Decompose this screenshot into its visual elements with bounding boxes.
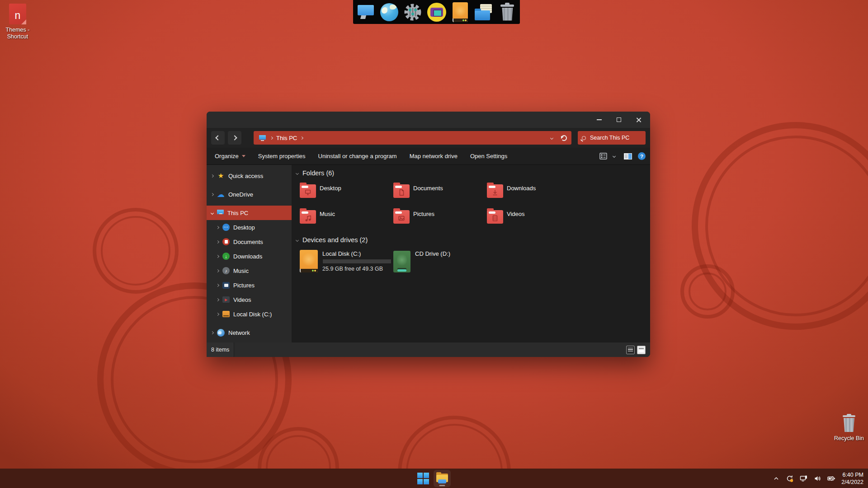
help-button[interactable]: ? bbox=[638, 152, 646, 160]
sidebar-item-documents[interactable]: Documents bbox=[207, 235, 292, 249]
start-button[interactable] bbox=[417, 473, 429, 484]
views-button[interactable] bbox=[599, 153, 608, 160]
trash-icon bbox=[500, 3, 515, 22]
folder-tile-downloads[interactable]: Downloads bbox=[487, 183, 580, 202]
refresh-icon[interactable] bbox=[561, 135, 567, 141]
dock-trash-icon[interactable] bbox=[498, 2, 517, 22]
search-box[interactable] bbox=[578, 131, 646, 145]
sidebar-item-this-pc[interactable]: This PC bbox=[207, 206, 292, 220]
game-console-icon bbox=[427, 3, 446, 22]
minimize-button[interactable] bbox=[591, 112, 607, 128]
monitor-icon bbox=[358, 5, 374, 15]
expand-chevron-icon[interactable] bbox=[211, 192, 214, 196]
expand-chevron-icon[interactable] bbox=[216, 225, 219, 229]
sidebar-item-downloads[interactable]: ↓ Downloads bbox=[207, 249, 292, 263]
battery-charging-icon[interactable] bbox=[827, 475, 835, 482]
taskbar-file-explorer[interactable] bbox=[434, 470, 451, 487]
dock-folder-icon[interactable] bbox=[474, 2, 494, 22]
network-globe-icon bbox=[217, 329, 225, 337]
sidebar-item-pictures[interactable]: Pictures bbox=[207, 278, 292, 292]
breadcrumb-this-pc[interactable]: This PC bbox=[276, 135, 297, 141]
documents-folder-icon bbox=[475, 4, 493, 20]
map-network-drive-button[interactable]: Map network drive bbox=[403, 153, 464, 160]
close-button[interactable] bbox=[631, 112, 646, 128]
command-label: System properties bbox=[258, 153, 306, 160]
address-bar[interactable]: This PC bbox=[254, 131, 571, 145]
expand-chevron-icon[interactable] bbox=[216, 269, 219, 272]
organize-label: Organize bbox=[215, 153, 239, 160]
sync-status-icon[interactable] bbox=[786, 474, 794, 483]
sidebar-item-local-disk[interactable]: Local Disk (C:) bbox=[207, 307, 292, 321]
hard-drive-icon bbox=[453, 2, 468, 22]
breadcrumb-chevron-icon[interactable] bbox=[270, 136, 273, 139]
folder-icon bbox=[393, 210, 410, 224]
details-view-button[interactable] bbox=[626, 346, 635, 354]
back-button[interactable] bbox=[211, 131, 225, 145]
breadcrumb-chevron-icon[interactable] bbox=[300, 136, 303, 139]
collapse-chevron-icon[interactable] bbox=[296, 238, 299, 241]
hidden-icons-chevron-icon[interactable] bbox=[773, 475, 780, 482]
system-properties-button[interactable]: System properties bbox=[252, 153, 312, 160]
dock-game-icon[interactable] bbox=[427, 2, 446, 22]
folders-section-header[interactable]: Folders (6) bbox=[296, 169, 650, 177]
sidebar-item-music[interactable]: ♪ Music bbox=[207, 263, 292, 278]
expand-chevron-icon[interactable] bbox=[216, 298, 219, 301]
recycle-bin-icon bbox=[842, 414, 856, 433]
network-icon[interactable] bbox=[800, 475, 808, 482]
expand-chevron-icon[interactable] bbox=[216, 283, 219, 286]
sidebar-item-quick-access[interactable]: Quick access bbox=[207, 169, 292, 183]
dock-settings-icon[interactable] bbox=[403, 2, 423, 22]
views-dropdown-icon[interactable] bbox=[613, 155, 616, 158]
dock-monitor-icon[interactable] bbox=[356, 2, 375, 22]
sidebar-item-videos[interactable]: ▶ Videos bbox=[207, 292, 292, 307]
desktop-shortcut-recycle-bin[interactable]: Recycle Bin bbox=[831, 414, 867, 442]
thumbnail-view-icon bbox=[639, 348, 644, 352]
desktop-shortcut-themes[interactable]: n Themes - Shortcut bbox=[1, 4, 34, 40]
sidebar-item-network[interactable]: Network bbox=[207, 325, 292, 340]
forward-button[interactable] bbox=[228, 131, 241, 145]
volume-icon[interactable] bbox=[814, 475, 821, 482]
sidebar-label: Videos bbox=[233, 296, 251, 303]
folder-label: Documents bbox=[413, 183, 443, 202]
expand-chevron-icon[interactable] bbox=[211, 331, 214, 334]
folder-tile-desktop[interactable]: Desktop bbox=[300, 183, 393, 202]
folder-tile-videos[interactable]: Videos bbox=[487, 208, 580, 227]
preview-pane-button[interactable] bbox=[623, 153, 632, 160]
gear-icon bbox=[403, 2, 423, 22]
drive-tile-local-disk[interactable]: Local Disk (C:) 25.9 GB free of 49.3 GB bbox=[300, 250, 393, 272]
music-icon: ♪ bbox=[222, 267, 230, 274]
file-list-pane: Folders (6) Desktop Documents bbox=[292, 165, 650, 343]
maximize-button[interactable] bbox=[611, 112, 627, 128]
organize-button[interactable]: Organize bbox=[208, 153, 252, 160]
expand-chevron-icon[interactable] bbox=[211, 174, 214, 177]
folder-tile-pictures[interactable]: Pictures bbox=[393, 208, 487, 227]
dock-globe-icon[interactable] bbox=[379, 2, 399, 22]
uninstall-program-button[interactable]: Uninstall or change a program bbox=[312, 153, 403, 160]
folder-icon bbox=[300, 184, 316, 198]
open-settings-button[interactable]: Open Settings bbox=[464, 153, 514, 160]
desktop-icon: ··· bbox=[222, 224, 230, 231]
sidebar-label: Local Disk (C:) bbox=[233, 311, 272, 318]
collapse-chevron-icon[interactable] bbox=[296, 171, 299, 174]
local-disk-icon bbox=[222, 311, 230, 317]
search-input[interactable] bbox=[590, 135, 640, 141]
dock-drive-icon[interactable] bbox=[451, 2, 470, 22]
titlebar[interactable] bbox=[207, 112, 650, 128]
explorer-window: This PC Organize System properties Unins… bbox=[207, 112, 650, 357]
folder-tile-music[interactable]: Music bbox=[300, 208, 393, 227]
devices-section-header[interactable]: Devices and drives (2) bbox=[296, 236, 650, 244]
folder-tile-documents[interactable]: Documents bbox=[393, 183, 487, 202]
sidebar-item-onedrive[interactable]: OneDrive bbox=[207, 187, 292, 202]
drive-tile-cd[interactable]: CD Drive (D:) bbox=[393, 250, 487, 272]
large-icons-view-button[interactable] bbox=[637, 346, 646, 354]
sidebar-label: OneDrive bbox=[228, 191, 253, 198]
sidebar-label: Quick access bbox=[228, 173, 263, 179]
address-dropdown-icon[interactable] bbox=[550, 136, 553, 139]
collapse-chevron-icon[interactable] bbox=[211, 211, 214, 214]
folder-label: Music bbox=[320, 208, 335, 227]
expand-chevron-icon[interactable] bbox=[216, 312, 219, 315]
taskbar-clock[interactable]: 6:40 PM 2/4/2022 bbox=[841, 471, 863, 486]
expand-chevron-icon[interactable] bbox=[216, 240, 219, 243]
sidebar-item-desktop[interactable]: ··· Desktop bbox=[207, 220, 292, 235]
expand-chevron-icon[interactable] bbox=[216, 254, 219, 258]
